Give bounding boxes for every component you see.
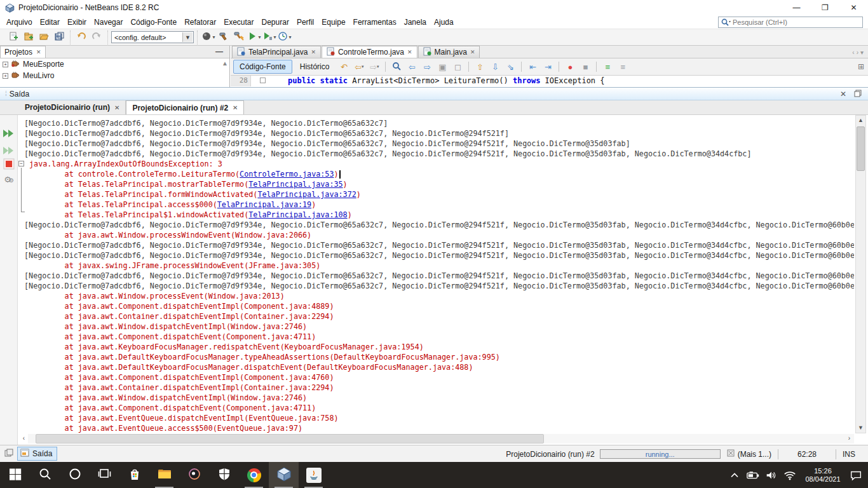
scrollbar-thumb[interactable] <box>36 434 544 444</box>
stop-button[interactable] <box>2 157 16 171</box>
minimize-button[interactable]: — <box>782 0 811 15</box>
close-icon[interactable]: ✕ <box>840 90 846 98</box>
build-button[interactable] <box>216 30 231 44</box>
back-button[interactable]: ⇦▾ <box>352 60 366 73</box>
minimized-saida-button[interactable]: Saída <box>17 447 57 461</box>
taskbar-clock[interactable]: 15:26 08/04/2021 <box>801 467 844 484</box>
rerun-pale-button[interactable] <box>2 144 16 158</box>
config-combobox[interactable]: <config. default>▼ <box>111 31 194 43</box>
menu-editar[interactable]: Editar <box>36 17 64 28</box>
menu-c-digo-fonte[interactable]: Código-Fonte <box>126 17 180 28</box>
close-icon[interactable]: ✕ <box>470 49 475 55</box>
menu-executar[interactable]: Executar <box>220 17 257 28</box>
menu-equipe[interactable]: Equipe <box>318 17 349 28</box>
output-tab-active[interactable]: ProjetoDicionairio (run) #2✕ <box>126 100 244 114</box>
dock-window-icon[interactable] <box>4 449 13 459</box>
expand-icon[interactable]: + <box>3 73 8 79</box>
vertical-scrollbar[interactable]: ▲ ▼ <box>855 115 866 433</box>
output-tab[interactable]: ProjetoDicionairio (run)✕ <box>19 100 126 114</box>
uncomment-button[interactable]: ≡ <box>616 60 630 73</box>
minimize-panel-icon[interactable]: — <box>215 47 223 56</box>
stacktrace-link[interactable]: ControleTermo.java:53 <box>240 170 334 179</box>
scroll-right-icon[interactable]: › <box>844 434 854 444</box>
quick-search[interactable] <box>718 17 863 28</box>
progress-bar[interactable]: running... <box>600 449 721 459</box>
editor-tab-main[interactable]: Main.java✕ <box>418 46 480 58</box>
battery-charging-icon[interactable] <box>746 468 760 482</box>
menu-arquivo[interactable]: Arquivo <box>3 17 36 28</box>
comment-button[interactable]: ≡ <box>600 60 614 73</box>
shift-left-button[interactable]: ⇤ <box>526 60 539 73</box>
undo-button[interactable] <box>74 30 89 44</box>
stacktrace-link[interactable]: TelaPrincipal.java:35 <box>248 180 342 189</box>
taskbar-start-button[interactable] <box>0 462 30 488</box>
stacktrace-link[interactable]: TelaPrincipal.java:108 <box>248 210 347 219</box>
debug-button[interactable]: ▾ <box>262 30 277 44</box>
taskbar-defender-button[interactable] <box>209 462 239 488</box>
split-editor-icon[interactable]: ⊞ <box>858 62 864 71</box>
more-processes[interactable]: (Mais 1...) <box>727 449 771 459</box>
menu-depurar[interactable]: Depurar <box>258 17 293 28</box>
expand-icon[interactable]: + <box>3 62 8 67</box>
code-editor-sliver[interactable]: 28 public static ArrayList<DicTermo> Lei… <box>231 76 868 86</box>
profile-button[interactable]: ▾ <box>277 30 292 44</box>
stacktrace-link[interactable]: TelaPrincipal.java:19 <box>217 200 311 209</box>
move-up-button[interactable]: ⇧ <box>473 60 487 73</box>
close-icon[interactable]: ✕ <box>233 104 238 111</box>
search-input[interactable] <box>733 18 862 26</box>
close-button[interactable]: ✕ <box>839 0 868 15</box>
scroll-up-icon[interactable]: ▲ <box>222 60 228 67</box>
wifi-icon[interactable] <box>783 468 797 482</box>
taskbar-explorer-button[interactable] <box>149 462 179 488</box>
menu-ajuda[interactable]: Ajuda <box>430 17 458 28</box>
taskbar-netbeans-button[interactable] <box>269 462 299 488</box>
tab-projetos[interactable]: Projetos ✕ <box>0 46 46 58</box>
process-list-icon[interactable] <box>727 449 735 459</box>
last-edit-button[interactable]: ↶ <box>337 60 351 73</box>
menu-perfil[interactable]: Perfil <box>293 17 318 28</box>
toggle-highlight-button[interactable]: ▣ <box>435 60 449 73</box>
scroll-down-icon[interactable]: ▼ <box>856 423 865 433</box>
new-file-button[interactable] <box>6 30 21 44</box>
editor-tab-telaprincipal[interactable]: TelaPrincipal.java✕ <box>232 46 321 58</box>
float-window-icon[interactable] <box>854 90 862 99</box>
rerun-button[interactable] <box>2 126 16 140</box>
menu-janela[interactable]: Janela <box>400 17 430 28</box>
run-button[interactable]: ▾ <box>247 30 262 44</box>
code-fold-icon[interactable] <box>260 78 266 83</box>
select-rect-button[interactable]: ◻ <box>451 60 465 73</box>
move-down-button[interactable]: ⇩ <box>488 60 502 73</box>
scroll-up-icon[interactable]: ▲ <box>856 116 865 125</box>
taskbar-search-button[interactable] <box>30 462 60 488</box>
redo-button[interactable] <box>89 30 104 44</box>
deploy-button[interactable]: ▾ <box>201 30 216 44</box>
clean-build-button[interactable] <box>231 30 247 44</box>
menu-exibir[interactable]: Exibir <box>64 17 90 28</box>
close-icon[interactable]: ✕ <box>311 49 316 55</box>
close-icon[interactable]: ✕ <box>407 49 412 55</box>
search-icon[interactable] <box>721 18 731 27</box>
taskbar-chrome-button[interactable] <box>239 462 269 488</box>
project-node-meuesporte[interactable]: +MeuEsporte <box>0 58 229 70</box>
scrollbar-thumb[interactable] <box>857 126 865 171</box>
menu-refatorar[interactable]: Refatorar <box>180 17 220 28</box>
forward-button[interactable]: ⇨▾ <box>367 60 381 73</box>
taskbar-media-app-button[interactable] <box>179 462 209 488</box>
editor-tab-controletermo[interactable]: ControleTermo.java✕ <box>322 46 417 58</box>
find-button[interactable] <box>390 60 403 73</box>
taskbar-cortana-button[interactable] <box>60 462 90 488</box>
view-button-hist-rico[interactable]: Histórico <box>294 60 336 74</box>
menu-ferramentas[interactable]: Ferramentas <box>349 17 400 28</box>
ant-settings-button[interactable]: ⚙⚙ <box>2 172 16 186</box>
project-node-meulivro[interactable]: +MeuLivro <box>0 70 229 81</box>
taskbar-task-view-button[interactable] <box>90 462 119 488</box>
menu-navegar[interactable]: Navegar <box>90 17 126 28</box>
collapse-icon[interactable]: − <box>18 161 24 166</box>
restore-button[interactable]: ❐ <box>811 0 839 15</box>
save-all-button[interactable] <box>51 30 67 44</box>
prev-occurrence-button[interactable]: ⇦ <box>405 60 419 73</box>
tab-scroll-icons[interactable]: ‹›▾ <box>852 49 865 56</box>
scroll-left-icon[interactable]: ‹ <box>19 434 29 444</box>
horizontal-scrollbar[interactable]: ‹ › <box>28 434 854 444</box>
panel-grip-icon[interactable]: ⁞ <box>5 90 6 97</box>
